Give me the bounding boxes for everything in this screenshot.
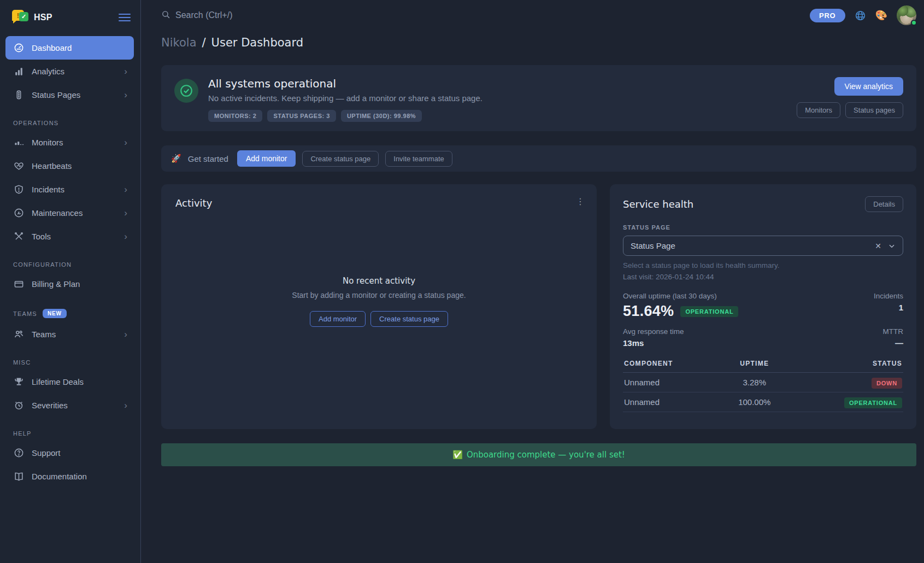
- sidebar-item-label: Dashboard: [32, 43, 127, 52]
- down-status-badge: DOWN: [872, 378, 902, 389]
- sidebar-item-incidents[interactable]: Incidents ›: [5, 178, 134, 201]
- sidebar-item-tools[interactable]: Tools ›: [5, 225, 134, 248]
- app-name: HSP: [34, 13, 52, 22]
- check-circle-icon: [174, 79, 198, 103]
- breadcrumb: Nikola / User Dashboard: [161, 36, 916, 49]
- mttr-value: —: [883, 338, 904, 348]
- search-bar[interactable]: [161, 10, 405, 21]
- sidebar-item-status-pages[interactable]: Status Pages ›: [5, 83, 134, 107]
- sidebar-item-heartbeats[interactable]: Heartbeats: [5, 154, 134, 178]
- topbar: PRO 🎨: [161, 0, 916, 31]
- avg-response-value: 13ms: [623, 338, 684, 348]
- breadcrumb-parent[interactable]: Nikola: [161, 36, 197, 49]
- sidebar-nav: Dashboard Analytics › Status Pages › OPE…: [0, 35, 140, 499]
- kebab-menu-icon[interactable]: ⋮: [576, 197, 585, 206]
- empty-state-subtitle: Start by adding a monitor or creating a …: [292, 291, 466, 300]
- sidebar-item-documentation[interactable]: Documentation: [5, 465, 134, 488]
- status-pages-button[interactable]: Status pages: [845, 102, 903, 118]
- sidebar-item-label: Lifetime Deals: [32, 377, 127, 386]
- uptime-value: 51.64%: [623, 303, 674, 320]
- sidebar-section-misc: MISC: [13, 359, 132, 366]
- table-row: Unnamed 3.28% DOWN: [623, 373, 903, 392]
- status-page-select[interactable]: Status Page ✕: [623, 236, 903, 256]
- sidebar-section-operations: OPERATIONS: [13, 120, 132, 126]
- sidebar-item-maintenances[interactable]: Maintenances ›: [5, 201, 134, 225]
- col-header-uptime: UPTIME: [721, 356, 787, 373]
- sidebar-item-lifetime-deals[interactable]: Lifetime Deals: [5, 370, 134, 394]
- operational-status-badge: OPERATIONAL: [680, 306, 738, 317]
- sidebar-item-severities[interactable]: Severities ›: [5, 394, 134, 417]
- rocket-icon: 🚀: [171, 154, 181, 163]
- sidebar-item-teams[interactable]: Teams ›: [5, 322, 134, 346]
- select-helper-text: Select a status page to load its health …: [623, 261, 903, 269]
- component-name: Unnamed: [623, 392, 721, 412]
- component-uptime: 3.28%: [721, 373, 787, 392]
- sidebar-item-monitors[interactable]: Monitors ›: [5, 131, 134, 154]
- monitor-bars-icon: [13, 137, 24, 148]
- incidents-value: 1: [874, 303, 903, 312]
- chevron-down-icon[interactable]: [888, 242, 896, 250]
- book-icon: [13, 471, 24, 482]
- user-avatar[interactable]: [897, 5, 916, 25]
- globe-icon[interactable]: [855, 10, 866, 21]
- status-pages-count-badge: STATUS PAGES: 3: [267, 110, 336, 122]
- details-button[interactable]: Details: [865, 196, 903, 212]
- sidebar-item-dashboard[interactable]: Dashboard: [5, 36, 134, 60]
- sidebar-item-label: Analytics: [32, 67, 116, 76]
- activity-empty-state: No recent activity Start by adding a mon…: [175, 187, 582, 416]
- create-status-page-button[interactable]: Create status page: [302, 151, 379, 167]
- empty-create-status-page-button[interactable]: Create status page: [370, 311, 448, 327]
- chevron-right-icon: ›: [124, 90, 127, 99]
- clear-selection-icon[interactable]: ✕: [875, 242, 881, 250]
- hero-title: All systems operational: [208, 77, 787, 90]
- hamburger-menu-icon[interactable]: [119, 14, 131, 21]
- bar-chart-icon: [13, 66, 24, 77]
- empty-add-monitor-button[interactable]: Add monitor: [310, 311, 366, 327]
- view-analytics-button[interactable]: View analytics: [834, 77, 903, 96]
- pro-badge[interactable]: PRO: [810, 9, 845, 22]
- incidents-label: Incidents: [874, 292, 903, 300]
- service-health-card: Service health Details STATUS PAGE Statu…: [610, 184, 916, 429]
- tools-icon: [13, 231, 24, 242]
- activity-card: Activity ⋮ No recent activity Start by a…: [161, 184, 597, 429]
- page-title: User Dashboard: [211, 36, 303, 49]
- table-row: Unnamed 100.00% OPERATIONAL: [623, 392, 903, 412]
- trophy-icon: [13, 377, 24, 388]
- chevron-right-icon: ›: [124, 138, 127, 147]
- chevron-right-icon: ›: [124, 401, 127, 410]
- search-input[interactable]: [175, 10, 405, 20]
- shield-alert-icon: [13, 184, 24, 195]
- new-badge: NEW: [43, 309, 67, 318]
- credit-card-icon: [13, 279, 24, 290]
- sidebar-section-teams: TEAMS NEW: [13, 309, 132, 318]
- last-visit-text: Last visit: 2026-01-24 10:44: [623, 273, 903, 281]
- monitors-button[interactable]: Monitors: [797, 102, 840, 118]
- empty-state-title: No recent activity: [343, 276, 415, 286]
- topbar-actions: PRO 🎨: [810, 5, 916, 25]
- sidebar-item-label: Teams: [32, 330, 116, 339]
- add-monitor-button[interactable]: Add monitor: [237, 150, 296, 167]
- avg-response-label: Avg response time: [623, 327, 684, 336]
- onboarding-complete-banner: ✅ Onboarding complete — you're all set!: [161, 443, 916, 466]
- invite-teammate-button[interactable]: Invite teammate: [385, 151, 452, 167]
- get-started-label: Get started: [188, 154, 228, 163]
- theme-palette-icon[interactable]: 🎨: [875, 10, 887, 20]
- chevron-right-icon: ›: [124, 330, 127, 339]
- sidebar-header: ! ✓ HSP: [0, 0, 140, 35]
- sidebar-item-label: Monitors: [32, 138, 116, 147]
- service-health-title: Service health: [623, 198, 693, 210]
- status-hero-card: All systems operational No active incide…: [161, 65, 916, 131]
- uptime-label: Overall uptime (last 30 days): [623, 292, 738, 300]
- sidebar-item-analytics[interactable]: Analytics ›: [5, 60, 134, 83]
- sidebar-item-billing[interactable]: Billing & Plan: [5, 272, 134, 296]
- operational-status-badge: OPERATIONAL: [844, 397, 902, 408]
- people-icon: [13, 329, 24, 340]
- sidebar-item-support[interactable]: Support: [5, 441, 134, 465]
- sidebar-item-label: Support: [32, 448, 127, 458]
- sidebar-item-label: Incidents: [32, 185, 116, 194]
- sidebar-item-label: Billing & Plan: [32, 279, 127, 289]
- col-header-component: COMPONENT: [623, 356, 721, 373]
- breadcrumb-separator: /: [202, 36, 206, 49]
- sidebar-section-configuration: CONFIGURATION: [13, 261, 132, 268]
- mttr-label: MTTR: [883, 327, 904, 336]
